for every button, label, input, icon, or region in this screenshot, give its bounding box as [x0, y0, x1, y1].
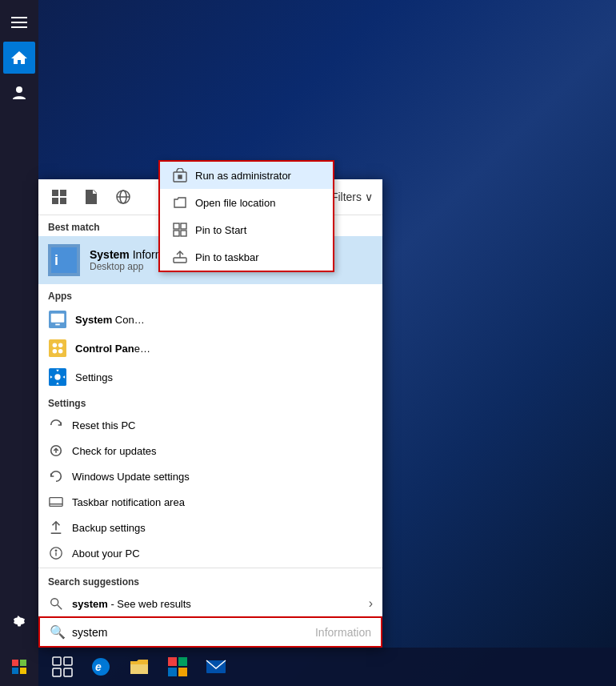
- pin-to-taskbar-icon: [173, 250, 187, 264]
- context-menu: Run as administrator Open file location …: [158, 160, 334, 272]
- svg-rect-55: [168, 668, 177, 676]
- reset-icon: [48, 417, 64, 433]
- search-suggestion-system[interactable]: system - See web results ›: [38, 591, 382, 616]
- sidebar-settings-icon[interactable]: [3, 606, 35, 638]
- svg-rect-56: [178, 668, 187, 676]
- start-button[interactable]: [0, 648, 38, 686]
- svg-rect-39: [174, 231, 179, 236]
- svg-rect-0: [11, 17, 27, 18]
- run-as-admin-label: Run as administrator: [195, 170, 291, 182]
- search-results: Best match i System Information Desktop …: [38, 215, 382, 616]
- svg-line-34: [58, 605, 62, 609]
- about-pc-icon: [48, 545, 64, 561]
- filters-button[interactable]: Filters ∨: [331, 191, 373, 203]
- svg-text:i: i: [54, 252, 58, 268]
- toolbar-globe-icon[interactable]: [112, 186, 134, 208]
- taskbar-file-explorer[interactable]: [122, 649, 157, 684]
- svg-text:e: e: [95, 660, 102, 673]
- windows-update-text: Windows Update settings: [72, 471, 190, 483]
- svg-rect-54: [178, 657, 187, 666]
- svg-point-21: [53, 349, 58, 354]
- search-suggestion-icon: [48, 596, 64, 612]
- settings-item-windows-update[interactable]: Windows Update settings: [38, 463, 382, 489]
- sidebar-person-icon[interactable]: [3, 77, 35, 109]
- search-bar-icon: 🔍: [50, 624, 66, 640]
- svg-point-19: [53, 343, 58, 348]
- app-item-system-config-text: System Con…: [75, 314, 145, 326]
- divider: [38, 568, 382, 568]
- settings-item-reset-pc[interactable]: Reset this PC: [38, 412, 382, 438]
- svg-rect-18: [49, 339, 66, 357]
- taskbar-notification-text: Taskbar notification area: [72, 496, 185, 508]
- taskbar-store[interactable]: [160, 649, 195, 684]
- sidebar-home-icon[interactable]: [3, 42, 35, 74]
- svg-rect-8: [52, 198, 58, 204]
- context-menu-open-file-location[interactable]: Open file location: [160, 189, 333, 216]
- context-menu-pin-to-taskbar[interactable]: Pin to taskbar: [160, 243, 333, 271]
- search-bar: 🔍 Information: [38, 616, 382, 648]
- taskbar-icon: [48, 494, 64, 510]
- toolbar-document-icon[interactable]: [80, 186, 102, 208]
- search-suggestions-label: Search suggestions: [38, 570, 382, 591]
- pin-to-taskbar-label: Pin to taskbar: [195, 251, 259, 263]
- svg-rect-37: [174, 223, 179, 229]
- context-menu-run-as-admin[interactable]: Run as administrator: [160, 162, 333, 189]
- svg-marker-3: [11, 51, 27, 64]
- settings-app-icon: [48, 367, 67, 387]
- svg-rect-53: [168, 657, 177, 666]
- backup-icon: [48, 520, 64, 536]
- update-icon: [48, 443, 64, 459]
- toolbar-grid-icon[interactable]: [48, 186, 70, 208]
- settings-item-check-updates[interactable]: Check for updates: [38, 438, 382, 463]
- windows-update-icon: [48, 468, 64, 484]
- left-sidebar: [0, 0, 38, 686]
- settings-section-label: Settings: [38, 391, 382, 412]
- app-item-settings[interactable]: Settings: [38, 363, 382, 391]
- settings-item-taskbar-notification[interactable]: Taskbar notification area: [38, 489, 382, 515]
- svg-rect-44: [20, 660, 26, 666]
- search-placeholder-text: Information: [315, 626, 371, 639]
- apps-section-label: Apps: [38, 284, 382, 305]
- taskbar-task-view[interactable]: [45, 649, 80, 684]
- svg-rect-7: [60, 190, 66, 196]
- svg-point-32: [55, 550, 56, 551]
- backup-settings-text: Backup settings: [72, 522, 146, 534]
- svg-rect-6: [52, 190, 58, 196]
- pin-to-start-icon: [173, 223, 187, 237]
- svg-rect-9: [60, 198, 66, 204]
- svg-rect-17: [55, 324, 60, 326]
- svg-rect-47: [53, 657, 61, 665]
- taskbar-edge-browser[interactable]: e: [83, 649, 118, 684]
- context-menu-pin-to-start[interactable]: Pin to Start: [160, 216, 333, 243]
- svg-rect-36: [178, 175, 182, 179]
- svg-point-22: [58, 349, 63, 354]
- pin-to-start-label: Pin to Start: [195, 224, 246, 236]
- svg-rect-38: [181, 223, 186, 229]
- svg-rect-40: [181, 231, 186, 236]
- taskbar-mail[interactable]: [198, 649, 234, 684]
- taskbar: e: [38, 648, 616, 686]
- svg-rect-48: [64, 657, 72, 665]
- settings-item-about-pc[interactable]: About your PC: [38, 540, 382, 566]
- svg-point-33: [51, 599, 58, 606]
- settings-item-backup[interactable]: Backup settings: [38, 515, 382, 540]
- app-item-control-panel-text: Control Pane…: [75, 343, 150, 355]
- svg-point-4: [16, 86, 22, 93]
- control-panel-icon: [48, 339, 67, 358]
- check-updates-text: Check for updates: [72, 445, 157, 457]
- app-item-system-config[interactable]: System Con…: [38, 305, 382, 334]
- open-file-location-icon: [173, 195, 187, 210]
- sidebar-hamburger-menu[interactable]: [3, 6, 35, 38]
- svg-rect-2: [11, 26, 27, 28]
- search-input[interactable]: [72, 626, 309, 639]
- svg-rect-26: [50, 498, 62, 507]
- app-item-control-panel[interactable]: Control Pane…: [38, 334, 382, 363]
- svg-rect-46: [20, 668, 26, 674]
- svg-rect-16: [51, 314, 65, 323]
- suggestion-arrow-icon: ›: [369, 596, 373, 611]
- run-as-admin-icon: [173, 168, 187, 183]
- best-match-app-icon: i: [48, 244, 80, 276]
- system-config-icon: [48, 310, 67, 329]
- svg-rect-43: [12, 660, 18, 666]
- svg-rect-49: [53, 668, 61, 676]
